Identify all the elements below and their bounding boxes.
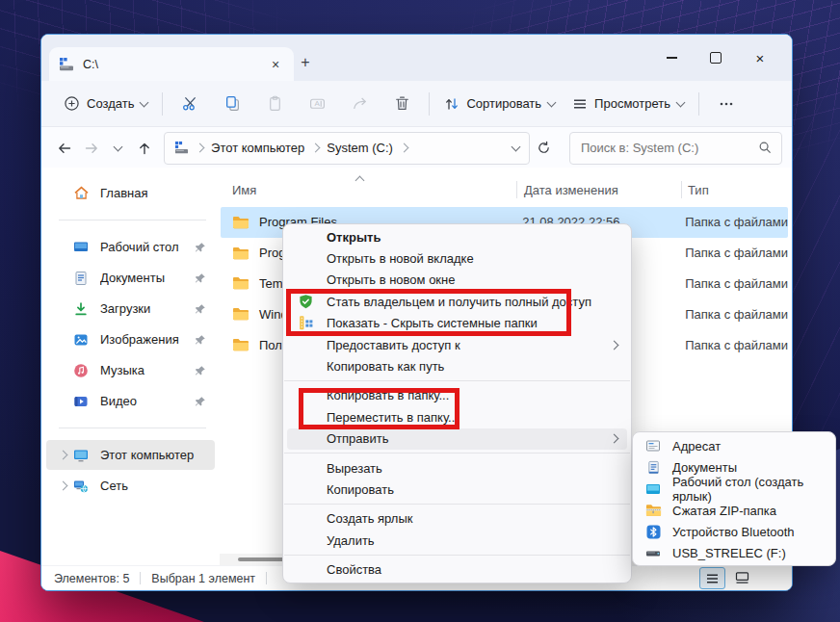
search-input[interactable] xyxy=(579,140,758,156)
minimize-button[interactable] xyxy=(649,43,694,72)
column-header-date[interactable]: Дата изменения xyxy=(517,176,682,203)
share-icon xyxy=(352,95,368,112)
up-button[interactable] xyxy=(131,134,158,162)
network-icon xyxy=(71,479,91,494)
column-header-label: Тип xyxy=(688,183,709,197)
menu-item-delete[interactable]: Удалить xyxy=(287,530,627,551)
share-button[interactable] xyxy=(338,89,381,119)
downloads-icon xyxy=(71,301,91,317)
sidebar-item-downloads[interactable]: Загрузки xyxy=(46,294,215,324)
address-dropdown-icon[interactable] xyxy=(512,142,521,151)
delete-button[interactable] xyxy=(381,89,423,119)
new-button[interactable]: Создать xyxy=(55,90,156,117)
menu-divider xyxy=(284,380,630,381)
rename-icon: A xyxy=(309,95,326,112)
submenu-item-label: Адресат xyxy=(672,439,721,454)
tab-drive-c[interactable]: C:\ × xyxy=(49,47,294,81)
menu-item-create-shortcut[interactable]: Создать ярлык xyxy=(287,508,627,530)
submenu-item-label: Документы xyxy=(672,460,737,475)
details-view-button[interactable] xyxy=(699,567,725,589)
menu-item-label: Открыть в новой вкладке xyxy=(327,251,617,266)
pin-icon xyxy=(193,334,207,346)
desktop-icon xyxy=(71,240,91,255)
chevron-down-icon xyxy=(140,97,149,107)
view-toggles xyxy=(699,567,754,589)
sendto-item-mail-recipient[interactable]: Адресат xyxy=(637,435,831,456)
sidebar-item-videos[interactable]: Видео xyxy=(46,386,215,416)
tab-close-icon[interactable]: × xyxy=(267,56,284,73)
sidebar-item-documents[interactable]: Документы xyxy=(46,263,215,293)
paste-button[interactable] xyxy=(253,89,296,119)
sort-ascending-icon xyxy=(355,176,365,186)
recent-locations-button[interactable] xyxy=(105,134,132,162)
home-icon xyxy=(71,185,91,201)
sidebar-item-desktop[interactable]: Рабочий стол xyxy=(46,232,215,262)
column-header-label: Имя xyxy=(232,183,256,197)
new-tab-button[interactable]: + xyxy=(294,51,317,74)
sidebar-item-label: Музыка xyxy=(100,363,193,377)
back-button[interactable] xyxy=(51,134,78,162)
menu-item-open-new-tab[interactable]: Открыть в новой вкладке xyxy=(287,247,627,269)
chevron-right-icon xyxy=(610,434,619,444)
menu-divider xyxy=(284,453,630,454)
send-to-submenu: Адресат Документы Рабочий стол (создать … xyxy=(632,431,836,566)
chevron-right-icon[interactable] xyxy=(54,482,71,489)
sendto-item-bluetooth-device[interactable]: Устройство Bluetooth xyxy=(637,521,831,542)
forward-button[interactable] xyxy=(78,134,105,162)
sidebar-item-label: Главная xyxy=(100,186,207,200)
view-button[interactable]: Просмотреть xyxy=(564,91,693,117)
pin-icon xyxy=(193,303,207,315)
sendto-item-desktop-shortcut[interactable]: Рабочий стол (создать ярлык) xyxy=(637,479,831,500)
close-button[interactable]: × xyxy=(738,43,782,72)
annotation-box-copy-move xyxy=(299,388,459,429)
menu-item-label: Открыть xyxy=(327,230,617,245)
sort-button[interactable]: Сортировать xyxy=(435,91,564,117)
pin-icon xyxy=(193,272,207,284)
menu-item-send-to[interactable]: Отправить xyxy=(287,428,627,450)
breadcrumb[interactable]: Этот компьютер System (C:) xyxy=(164,132,530,165)
drive-icon xyxy=(59,57,74,72)
chevron-right-icon xyxy=(610,340,619,350)
sidebar-item-home[interactable]: Главная xyxy=(46,178,215,208)
cut-button[interactable] xyxy=(169,89,211,119)
navigation-sidebar: Главная Рабочий стол Документы xyxy=(41,168,220,566)
menu-item-label: Вырезать xyxy=(327,461,617,476)
toolbar-divider xyxy=(429,92,430,116)
paste-icon xyxy=(267,95,283,112)
rename-button[interactable]: A xyxy=(296,89,338,119)
column-header-name[interactable]: Имя xyxy=(220,176,517,203)
sidebar-item-music[interactable]: Музыка xyxy=(46,355,215,385)
large-icons-view-button[interactable] xyxy=(730,567,754,587)
copy-button[interactable] xyxy=(211,89,253,119)
contact-card-icon xyxy=(644,438,662,454)
more-button[interactable] xyxy=(705,89,748,119)
sidebar-item-pictures[interactable]: Изображения xyxy=(46,324,215,354)
toolbar-divider xyxy=(162,92,163,116)
status-divider xyxy=(266,572,267,584)
menu-item-open-new-window[interactable]: Открыть в новом окне xyxy=(287,270,627,291)
sendto-item-usb-drive[interactable]: USB_STRELEC (F:) xyxy=(637,542,831,563)
sidebar-item-this-pc[interactable]: Этот компьютер xyxy=(46,440,215,470)
maximize-button[interactable] xyxy=(694,43,738,72)
search-icon xyxy=(758,141,773,155)
refresh-button[interactable] xyxy=(530,134,558,163)
menu-item-copy[interactable]: Копировать xyxy=(287,479,627,500)
sidebar-divider xyxy=(59,428,206,428)
column-header-type[interactable]: Тип xyxy=(682,176,788,203)
pin-icon xyxy=(193,396,207,407)
menu-item-open[interactable]: Открыть xyxy=(287,226,627,247)
search-box[interactable] xyxy=(569,132,782,165)
menu-item-label: Отправить xyxy=(327,431,611,446)
chevron-right-icon[interactable] xyxy=(54,452,71,458)
chevron-down-icon xyxy=(547,97,557,107)
menu-item-cut[interactable]: Вырезать xyxy=(287,457,627,479)
sidebar-item-network[interactable]: Сеть xyxy=(46,471,215,501)
menu-item-copy-as-path[interactable]: Копировать как путь xyxy=(287,355,627,376)
copy-icon xyxy=(224,95,241,112)
breadcrumb-system-c[interactable]: System (C:) xyxy=(327,141,393,155)
sort-button-label: Сортировать xyxy=(466,96,541,111)
breadcrumb-this-pc[interactable]: Этот компьютер xyxy=(211,141,304,155)
menu-item-share-with[interactable]: Предоставить доступ к xyxy=(287,334,627,355)
zip-folder-icon xyxy=(644,504,662,517)
menu-item-properties[interactable]: Свойства xyxy=(287,558,627,580)
